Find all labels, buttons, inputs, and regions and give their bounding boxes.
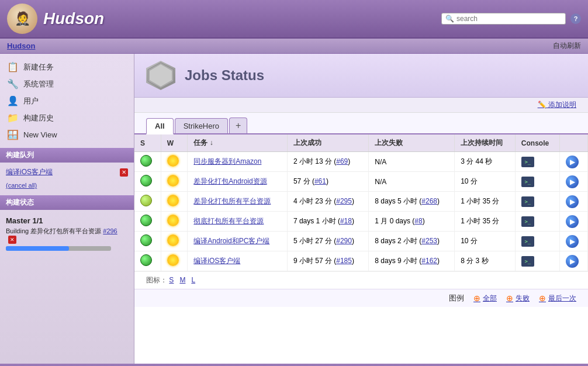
failure-link[interactable]: #8 [414,217,422,225]
sidebar-label-new-view: New View [23,130,57,139]
building-prefix: Building 差异化打包所有平台资源 [6,227,101,234]
task-cell[interactable]: 彻底打包所有平台资源 [188,212,288,232]
icon-size-l[interactable]: L [191,276,195,284]
rss-icon-last: ⊕ [539,294,546,303]
search-box[interactable]: 🔍 [441,13,566,25]
action-button[interactable]: ▶ [566,175,579,188]
status-indicator [140,254,152,266]
action-cell[interactable]: ▶ [560,251,588,271]
icon-size-s[interactable]: S [169,276,174,284]
task-cell[interactable]: 编译Android和PC客户端 [188,232,288,251]
progress-bar-bg [6,246,111,251]
console-button[interactable]: >_ [521,256,534,267]
last-failure-cell: N/A [369,152,455,172]
console-button[interactable]: >_ [521,177,534,187]
action-button[interactable]: ▶ [566,215,579,228]
task-link[interactable]: 编译iOS客户端 [193,257,240,265]
action-cell[interactable]: ▶ [560,232,588,251]
console-cell[interactable]: >_ [515,212,559,232]
action-cell[interactable]: ▶ [560,192,588,212]
cancel-all-link[interactable]: (cancel all) [6,182,37,189]
success-link[interactable]: #18 [340,217,352,225]
add-desc-link[interactable]: ✏️ 添加说明 [538,101,576,109]
success-link[interactable]: #61 [314,177,326,185]
table-row: 差异化打包所有平台资源4 小时 23 分 (#295)8 days 5 小时 (… [134,192,588,212]
table-row: 彻底打包所有平台资源7 days 1 小时 (#18)1 月 0 days (#… [134,212,588,232]
success-link[interactable]: #290 [336,237,352,245]
rss-all[interactable]: ⊕ 全部 [473,294,497,303]
sidebar-item-sys-manage[interactable]: 🔧 系统管理 [0,75,134,92]
last-success-cell: 4 小时 23 分 (#295) [287,192,368,212]
status-indicator [140,155,152,167]
task-link[interactable]: 差异化打包Android资源 [193,177,267,185]
console-cell[interactable]: >_ [515,172,559,192]
add-desc-row: ✏️ 添加说明 [134,98,588,113]
task-link[interactable]: 编译Android和PC客户端 [193,237,269,245]
tab-all[interactable]: All [146,118,174,134]
console-cell[interactable]: >_ [515,232,559,251]
icon-size-m[interactable]: M [179,276,185,284]
console-cell[interactable]: >_ [515,152,559,172]
task-link[interactable]: 差异化打包所有平台资源 [193,197,271,205]
auto-refresh-button[interactable]: 自动刷新 [553,41,581,51]
tab-strikehero[interactable]: StrikeHero [175,118,228,133]
console-cell[interactable]: >_ [515,192,559,212]
failure-link[interactable]: #162 [421,257,437,265]
task-cell[interactable]: 编译iOS客户端 [188,251,288,271]
console-button[interactable]: >_ [521,196,534,207]
rss-last[interactable]: ⊕ 最后一次 [539,294,576,303]
success-link[interactable]: #185 [336,257,352,265]
failure-link[interactable]: #253 [421,237,437,245]
console-cell[interactable]: >_ [515,251,559,271]
navbar: Hudson 自动刷新 [0,39,588,54]
task-link[interactable]: 同步服务器到Amazon [193,157,261,165]
last-failure-cell: 8 days 5 小时 (#268) [369,192,455,212]
success-link[interactable]: #295 [336,197,352,205]
master-label: Master 1/1 [6,215,128,227]
new-view-icon: 🪟 [7,129,19,140]
search-input[interactable] [456,15,562,23]
sidebar-item-users[interactable]: 👤 用户 [0,92,134,109]
build-cancel-btn[interactable]: ✕ [8,236,16,244]
action-cell[interactable]: ▶ [560,212,588,232]
status-cell [134,212,161,232]
console-button[interactable]: >_ [521,157,534,167]
legend-label: 图例 [449,293,464,303]
queue-item-link[interactable]: 编译iOS客户端 [6,167,53,177]
action-button[interactable]: ▶ [566,195,579,208]
task-cell[interactable]: 差异化打包所有平台资源 [188,192,288,212]
success-link[interactable]: #69 [336,157,348,165]
col-header-duration: 上次持续时间 [455,134,516,152]
task-cell[interactable]: 差异化打包Android资源 [188,172,288,192]
action-button[interactable]: ▶ [566,235,579,248]
sidebar-item-new-view[interactable]: 🪟 New View [0,126,134,143]
queue-cancel-btn[interactable]: ✕ [120,168,128,177]
sidebar-item-build-history[interactable]: 📁 构建历史 [0,109,134,126]
duration-cell: 1 小时 35 分 [455,212,516,232]
col-header-console: Console [515,134,559,152]
build-status-heading: 构建状态 [0,195,134,210]
status-cell [134,172,161,192]
failure-link[interactable]: #268 [421,197,437,205]
sidebar-item-new-task[interactable]: 📋 新建任务 [0,58,134,75]
search-icon: 🔍 [445,15,454,23]
console-button[interactable]: >_ [521,216,534,227]
rss-failure[interactable]: ⊕ 失败 [506,294,530,303]
nav-home-link[interactable]: Hudson [7,42,35,50]
status-cell [134,251,161,271]
tab-add[interactable]: + [229,118,247,133]
task-cell[interactable]: 同步服务器到Amazon [188,152,288,172]
app-title: Hudson [43,9,104,28]
task-link[interactable]: 彻底打包所有平台资源 [193,217,264,225]
build-number-link[interactable]: #296 [103,227,117,234]
last-success-cell: 57 分 (#61) [287,172,368,192]
console-button[interactable]: >_ [521,236,534,247]
action-button[interactable]: ▶ [566,255,579,268]
icon-size-row: 图标： S M L [134,271,588,289]
help-icon[interactable]: ? [570,13,581,24]
action-button[interactable]: ▶ [566,156,579,168]
rss-icon-all: ⊕ [473,294,480,303]
status-cell [134,192,161,212]
action-cell[interactable]: ▶ [560,152,588,172]
action-cell[interactable]: ▶ [560,172,588,192]
